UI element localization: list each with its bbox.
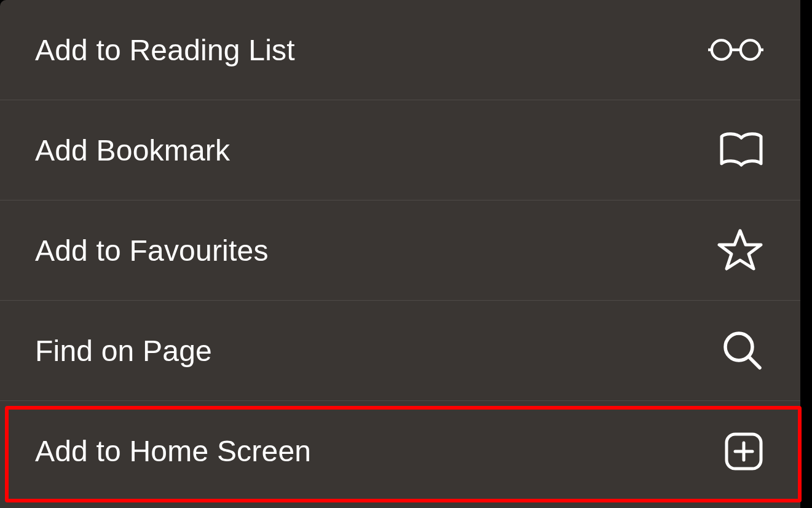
menu-item-label: Add to Reading List [35,33,295,67]
search-icon [708,323,763,378]
menu-item-label: Add to Home Screen [35,434,311,468]
glasses-icon [708,22,763,77]
share-sheet-menu: Add to Reading List Add Bookmark [0,0,800,508]
svg-point-1 [741,40,760,59]
menu-item-add-to-home-screen[interactable]: Add to Home Screen [0,401,800,501]
menu-item-label: Find on Page [35,334,212,368]
book-icon [708,122,763,178]
menu-item-add-to-reading-list[interactable]: Add to Reading List [0,0,800,100]
menu-item-find-on-page[interactable]: Find on Page [0,301,800,401]
menu-item-label: Add Bookmark [35,133,230,167]
menu-item-label: Add to Favourites [35,234,269,268]
star-icon [708,223,763,278]
svg-line-6 [749,357,760,368]
menu-list: Add to Reading List Add Bookmark [0,0,800,501]
svg-point-0 [712,40,731,59]
plus-square-icon [708,424,763,479]
menu-item-add-to-favourites[interactable]: Add to Favourites [0,200,800,301]
menu-item-add-bookmark[interactable]: Add Bookmark [0,100,800,200]
